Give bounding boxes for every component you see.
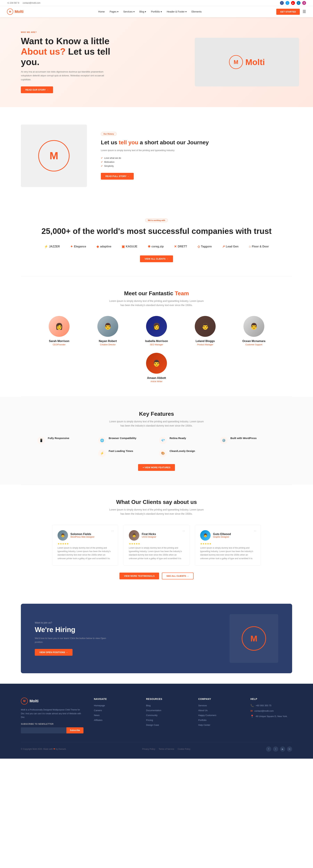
- hiring-left: Want to join us? We're Hiring We'd love …: [35, 621, 115, 656]
- footer-facebook-icon[interactable]: f: [266, 746, 271, 752]
- footer-email-text: contact@molti.com: [254, 710, 274, 712]
- team-card-leland: 👨 Leland Bloggs Product Manager: [184, 316, 226, 346]
- footer-twitter-icon[interactable]: t: [273, 746, 278, 752]
- logo-icon: M: [7, 8, 13, 15]
- footer-subscribe-button[interactable]: Subscribe: [66, 727, 84, 734]
- feature-title-design: Clean/Lovely Design: [169, 450, 195, 453]
- footer-help-col: HELP 📞 +60 993 350 75 ✉ contact@molti.co…: [250, 698, 292, 734]
- nav-elements[interactable]: Elements: [191, 10, 201, 13]
- testi-avatar-firat: 👨: [129, 530, 139, 540]
- features-desc: Lorem ipsum is simply dummy text of the …: [108, 420, 205, 428]
- feature-fast: ⚡ Fast Loading Times: [98, 450, 154, 457]
- testimonials-desc: Lorem ipsum is simply dummy text of the …: [108, 508, 205, 516]
- team-avatar-isabella: 👩: [146, 316, 167, 337]
- features-grid: 📱 Fully Responsive 🌐 Browser Compatibili…: [21, 437, 292, 457]
- footer-link-affiliates: Affiliates: [94, 718, 136, 722]
- cookie-policy-link[interactable]: Cookie Policy: [178, 748, 190, 750]
- testimonial-solomon: " 👨 Solomon Fields WordPress Web Designe…: [52, 525, 118, 566]
- feature-title-responsive: Fully Responsive: [48, 437, 69, 440]
- see-all-clients-button[interactable]: SEE ALL CLIENTS →: [162, 572, 193, 579]
- testimonial-firat: " 👨 Firat Hicks UX/UI Designer ★★★★★ Lor…: [123, 525, 190, 566]
- read-our-story-button[interactable]: READ OUR STORY →: [21, 86, 53, 93]
- footer-link-design-case: Design Case: [146, 723, 188, 726]
- partners-section: We're working with 25,000+ of the world'…: [0, 205, 313, 276]
- feature-icon-design: 🎨: [159, 450, 167, 457]
- feature-responsive: 📱 Fully Responsive: [37, 437, 93, 444]
- privacy-policy-link[interactable]: Privacy Policy: [142, 748, 155, 750]
- view-all-clients-button[interactable]: VIEW ALL CLIENTS →: [140, 255, 173, 262]
- nav-blog[interactable]: Blog ▾: [139, 10, 146, 13]
- nav-home[interactable]: Home: [98, 10, 105, 13]
- footer-link-help-center: Help Center: [198, 723, 240, 726]
- facebook-icon[interactable]: f: [280, 1, 284, 5]
- terms-link[interactable]: Terms of Service: [159, 748, 174, 750]
- footer-email-input[interactable]: [21, 727, 66, 734]
- partner-drett: ✕DRETT: [174, 245, 187, 248]
- story-pill-tag: Our History: [101, 132, 117, 136]
- read-full-story-button[interactable]: READ FULL STORY →: [101, 173, 134, 180]
- team-title-accent: Team: [175, 290, 189, 297]
- nav-portfolio[interactable]: Portfolio ▾: [151, 10, 162, 13]
- footer-bottom: © Copyright Molti 2020. Made with ❤ by D…: [21, 742, 292, 752]
- footer-top: M Molti Molti is a Professionally Design…: [21, 698, 292, 734]
- footer-link-services: Services: [198, 704, 240, 707]
- top-bar-right: f t ▶ in ✿: [280, 1, 306, 5]
- team-card-sarah: 👩 Sarah Morrison CEO/Founder: [38, 316, 80, 346]
- footer-youtube-icon[interactable]: ▶: [280, 746, 285, 752]
- footer-phone-number: +60 993 350 75: [256, 704, 272, 707]
- story-title: Let us tell you a short about our Journe…: [101, 139, 292, 146]
- footer-company-col: COMPANY Services About Us Happy Customer…: [198, 698, 240, 734]
- view-more-testimonials-button[interactable]: VIEW MORE TESTIMONIALS: [120, 572, 159, 579]
- instagram-icon[interactable]: ✿: [302, 1, 306, 5]
- team-card-nayan: 👨 Nayan Robert Creative Director: [87, 316, 129, 346]
- heart-icon: ❤: [53, 748, 55, 750]
- testi-stars-3: ★★★★★: [200, 542, 255, 545]
- team-name-amaan: Amaan Abbott: [136, 376, 177, 379]
- linkedin-icon[interactable]: in: [296, 1, 301, 5]
- team-role-leland: Product Manager: [184, 343, 226, 346]
- team-avatar-ocean: 👨: [244, 316, 264, 337]
- nav-header-footer[interactable]: Header & Footer ▾: [167, 10, 187, 13]
- footer-linkedin-icon[interactable]: in: [287, 746, 292, 752]
- testi-text-guto: Lorem ipsum is simply dummy text of the …: [200, 546, 255, 560]
- footer-link-documentation: Documentation: [146, 709, 188, 712]
- footer-resources-col: RESOURCES Blog Documentation Community P…: [146, 698, 188, 734]
- twitter-icon[interactable]: t: [285, 1, 289, 5]
- team-role-isabella: SEO Manager: [136, 343, 177, 346]
- story-checklist: Love what we do Motivation Simplicity: [101, 156, 292, 168]
- testi-name-solomon: Solomon Fields: [70, 533, 94, 536]
- navbar: M Molti Home Pages ▾ Services ▾ Blog ▾ P…: [0, 6, 313, 17]
- footer-brand-name: Molti: [30, 699, 38, 703]
- footer-resources-list: Blog Documentation Community Pricing Des…: [146, 704, 188, 726]
- team-name-sarah: Sarah Morrison: [38, 340, 80, 343]
- footer: M Molti Molti is a Professionally Design…: [0, 684, 313, 758]
- hero-section: WHO WE ARE? Want to Know a little About …: [0, 17, 313, 107]
- feature-title-retina: Retina Ready: [169, 437, 186, 440]
- footer-resources-title: RESOURCES: [146, 698, 188, 701]
- footer-help-title: HELP: [250, 698, 292, 701]
- footer-navigate-title: NAVIGATE: [94, 698, 136, 701]
- nav-pages[interactable]: Pages ▾: [109, 10, 118, 13]
- partners-title: 25,000+ of the world's most successful c…: [21, 226, 292, 236]
- hamburger-icon[interactable]: ☰: [303, 9, 306, 14]
- testi-role-guto: Graphic Designer: [213, 536, 231, 538]
- team-title-pre: Meet our Fantastic: [124, 290, 175, 297]
- nav-logo[interactable]: M Molti: [7, 8, 24, 15]
- view-more-features-button[interactable]: + VIEW MORE FEATURES: [138, 464, 175, 471]
- get-started-button[interactable]: GET STARTED: [276, 9, 300, 15]
- check-item-2: Motivation: [101, 160, 292, 164]
- view-positions-button[interactable]: VIEW OPEN POSITIONS →: [35, 649, 72, 656]
- partner-elegance: ✦Elegance: [70, 245, 86, 248]
- footer-email: ✉ contact@molti.com: [250, 709, 292, 713]
- testi-role-solomon: WordPress Web Designer: [70, 536, 94, 538]
- feature-icon-retina: 💎: [159, 437, 167, 444]
- team-role-ocean: Customer Support: [233, 343, 275, 346]
- footer-address-text: 49 Unique Square D, New York.: [256, 715, 288, 718]
- youtube-icon[interactable]: ▶: [291, 1, 295, 5]
- story-image: M: [21, 124, 87, 187]
- nav-services[interactable]: Services ▾: [123, 10, 134, 13]
- hiring-tag: Want to join us?: [35, 621, 115, 624]
- team-role-sarah: CEO/Founder: [38, 343, 80, 346]
- footer-link-about: About Us: [198, 709, 240, 712]
- location-icon: 📍: [250, 715, 254, 718]
